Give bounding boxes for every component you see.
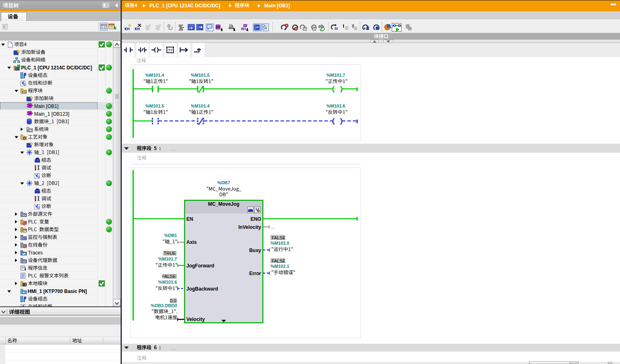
svg-text:??: ??: [168, 48, 173, 52]
